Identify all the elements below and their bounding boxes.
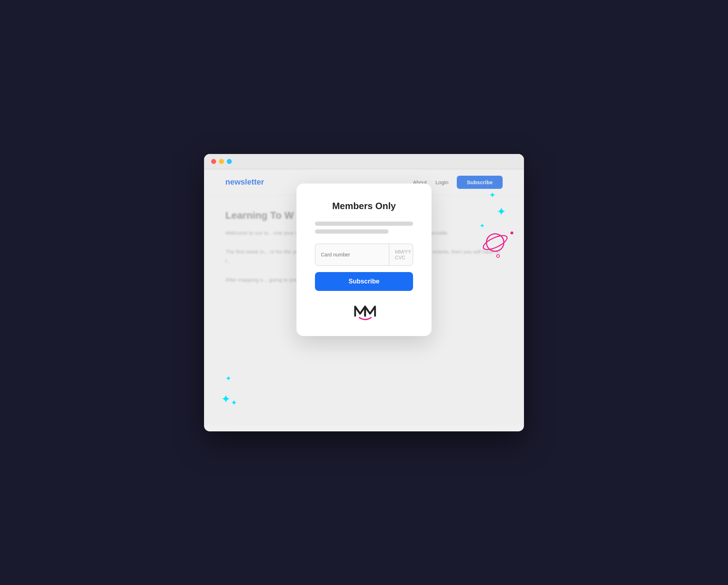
- memberstack-logo: [315, 301, 413, 320]
- modal-subscribe-button[interactable]: Subscribe: [315, 272, 413, 291]
- traffic-light-yellow[interactable]: [219, 159, 224, 164]
- modal-title: Members Only: [315, 201, 413, 212]
- card-expiry-cvc: MM/YY CVC: [389, 244, 413, 265]
- subscribe-modal: Members Only MM/YY CVC Subscribe: [296, 184, 432, 336]
- skeleton-line-2: [315, 229, 389, 234]
- card-extra-label: MM/YY CVC: [395, 249, 411, 260]
- memberstack-logo-svg: [352, 301, 376, 320]
- modal-overlay: Members Only MM/YY CVC Subscribe: [204, 169, 524, 425]
- browser-titlebar: [204, 154, 524, 169]
- browser-content: newsletter About Login Subscribe Learnin…: [204, 169, 524, 425]
- traffic-light-red[interactable]: [211, 159, 216, 164]
- card-input-row: MM/YY CVC: [315, 244, 413, 266]
- browser-window: newsletter About Login Subscribe Learnin…: [204, 154, 524, 431]
- skeleton-placeholder: [315, 222, 413, 234]
- skeleton-line-1: [315, 222, 413, 226]
- card-number-input[interactable]: [315, 244, 389, 265]
- traffic-light-blue[interactable]: [227, 159, 232, 164]
